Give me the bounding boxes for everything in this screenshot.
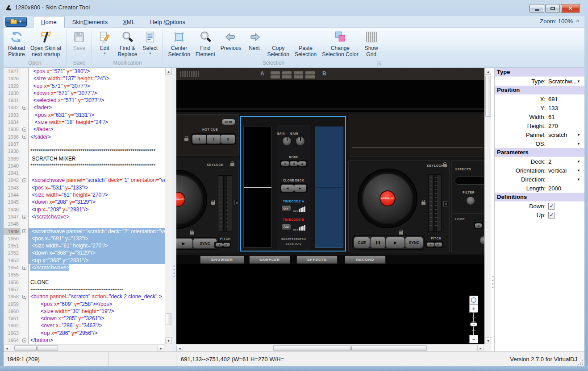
code-line[interactable]: 1953 <up x="368" y="2831"/> <box>4 257 165 264</box>
code-text[interactable]: ****************************************… <box>29 162 165 169</box>
code-line[interactable]: 1935▴ </fader> <box>4 126 165 133</box>
code-line[interactable]: 1964▴</button> <box>4 337 165 344</box>
reload-picture-button[interactable]: ReloadPicture <box>5 29 28 58</box>
tab-skin-elements[interactable]: Skin Elements <box>65 16 116 28</box>
code-text[interactable]: SCRATCH MIXER <box>29 155 165 162</box>
code-line[interactable]: 1929 <up x="571" y="3077"/> <box>4 82 165 90</box>
ribbon-collapse-icon[interactable]: ^ <box>575 18 581 25</box>
code-text[interactable]: </fader> <box>29 126 165 133</box>
chevron-down-icon[interactable]: ▼ <box>577 79 580 83</box>
find-replace-button[interactable]: Find &Replace <box>115 29 140 58</box>
preview-properties-splitter[interactable] <box>491 68 494 351</box>
skin-preview-canvas[interactable]: A B BPM HOT CUE 1 2 3 KEYLOCK <box>176 68 484 344</box>
scroll-up-icon[interactable]: ▲ <box>165 68 172 75</box>
code-text[interactable]: <up x="208" y="2831"/> <box>29 206 165 213</box>
edit-button[interactable]: Edit▼ <box>94 29 115 55</box>
code-line[interactable]: 1939 SCRATCH MIXER <box>4 155 165 162</box>
code-line[interactable]: 1932▾ <fader> <box>4 104 165 111</box>
code-text[interactable]: ****************************************… <box>29 148 165 155</box>
code-line[interactable]: 1959 <pos x="609" y="258"></pos> <box>4 301 165 308</box>
fold-marker-icon[interactable]: ▴ <box>22 338 26 342</box>
code-line[interactable]: 1936▴</slider> <box>4 133 165 140</box>
scroll-up-icon[interactable]: ▲ <box>485 68 492 75</box>
fold-marker-icon[interactable]: ▾ <box>22 178 26 182</box>
length-value[interactable]: 2000 <box>548 185 561 192</box>
code-text[interactable]: CLONE <box>29 279 165 286</box>
code-text[interactable]: </scratchwave> <box>29 213 165 220</box>
y-value[interactable]: 133 <box>548 105 558 111</box>
code-line[interactable]: 1951 <size width="61" height="270"/> <box>4 242 165 249</box>
editor-hscroll-thumb[interactable] <box>14 345 58 351</box>
select-button[interactable]: Select▼ <box>140 29 160 55</box>
previous-button[interactable]: Previous <box>218 29 244 51</box>
code-line[interactable]: 1930 <down x="571" y="3077"/> <box>4 90 165 97</box>
fold-marker-icon[interactable]: ▴ <box>22 135 26 139</box>
code-line[interactable]: 1928 <size width="137" height="24"/> <box>4 75 165 82</box>
width-value[interactable]: 61 <box>548 114 555 120</box>
code-text[interactable]: <fader> <box>29 104 165 111</box>
scroll-down-icon[interactable]: ▼ <box>485 337 492 344</box>
scroll-left-icon[interactable]: ◄ <box>4 345 10 352</box>
fold-marker-icon[interactable]: ▴ <box>22 215 26 219</box>
editor-horizontal-scrollbar[interactable]: ◄ ► <box>4 344 165 351</box>
type-value[interactable]: Scratchw... <box>548 78 577 85</box>
code-line[interactable]: 1933 <pos x="631" y="3131"/> <box>4 111 165 119</box>
save-button[interactable]: Save <box>69 29 89 51</box>
code-text[interactable] <box>29 271 165 278</box>
preview-vertical-scrollbar[interactable]: ▲ ▼ <box>484 68 492 344</box>
code-text[interactable]: </slider> <box>29 133 165 140</box>
code-lines[interactable]: 1927 <pos x="571" y="380"/>1928 <size wi… <box>4 68 165 344</box>
code-line[interactable]: 1955 <box>4 271 165 278</box>
code-text[interactable]: <scratchwave pannel="scratch" deck="2" o… <box>29 228 165 235</box>
code-line[interactable]: 1927 <pos x="571" y="380"/> <box>4 68 165 75</box>
open-skin-at-next-startup-button[interactable]: Open Skin atnext startup <box>28 29 64 58</box>
app-menu-button[interactable]: ▼ <box>5 17 27 27</box>
code-text[interactable]: <down x="285" y="3261"/> <box>29 315 165 322</box>
scroll-right-icon[interactable]: ► <box>477 345 484 352</box>
code-text[interactable]: <down x="571" y="3077"/> <box>29 90 165 97</box>
code-text[interactable]: <down x="208" y="3129"/> <box>29 198 165 206</box>
code-text[interactable]: <size width="18" height="24"/> <box>29 119 165 126</box>
code-line[interactable]: 1961 <down x="285" y="3261"/> <box>4 315 165 322</box>
minimize-button[interactable] <box>530 4 544 13</box>
change-selection-color-button[interactable]: ChangeSelection Color <box>319 29 361 58</box>
code-text[interactable] <box>29 140 165 148</box>
code-text[interactable]: <pos x="571" y="380"/> <box>29 68 165 75</box>
chevron-down-icon[interactable]: ▼ <box>577 133 580 137</box>
code-line[interactable]: 1957------------------------------------… <box>4 286 165 293</box>
editor-preview-splitter[interactable] <box>172 68 176 351</box>
code-line[interactable]: 1934 <size width="18" height="24"/> <box>4 119 165 126</box>
code-text[interactable]: ----------------------------------------… <box>29 286 165 293</box>
x-value[interactable]: 691 <box>548 96 558 103</box>
preview-horizontal-scrollbar[interactable]: ◄ ► <box>176 344 484 351</box>
code-line[interactable]: 1948 <box>4 220 165 227</box>
deck-value[interactable]: 2 <box>548 158 551 165</box>
fold-marker-icon[interactable]: ▾ <box>22 106 26 110</box>
zoom-reset-button[interactable]: ◯ <box>469 296 478 304</box>
height-value[interactable]: 270 <box>548 123 558 129</box>
zoom-out-button[interactable]: − <box>469 335 478 343</box>
preview-vscroll-thumb[interactable] <box>485 76 491 117</box>
chevron-down-icon[interactable]: ▼ <box>577 169 580 173</box>
selection-outline[interactable] <box>240 116 346 251</box>
up-checkbox[interactable]: ✓ <box>548 212 555 218</box>
code-line[interactable]: 1944 <size width="61" height="270"/> <box>4 191 165 198</box>
editor-vscroll-thumb[interactable] <box>166 313 171 325</box>
show-grid-button[interactable]: ShowGrid <box>361 29 382 58</box>
zoom-level-label[interactable]: Zoom: 100% <box>540 18 573 25</box>
code-text[interactable]: <size width="30" height="19"/> <box>29 308 165 315</box>
code-line[interactable]: 1942▾ <scratchwave pannel="scratch" deck… <box>4 177 165 184</box>
tab-xml[interactable]: XML <box>115 16 142 28</box>
chevron-down-icon[interactable]: ▼ <box>577 160 580 164</box>
scroll-right-icon[interactable]: ► <box>158 345 164 352</box>
code-line[interactable]: 1943 <pos x="531" y="133"/> <box>4 184 165 191</box>
down-checkbox[interactable]: ✓ <box>548 203 555 210</box>
tab-home[interactable]: Home <box>33 16 65 28</box>
code-text[interactable]: <size width="61" height="270"/> <box>29 242 165 249</box>
fold-marker-icon[interactable]: ▾ <box>22 295 26 299</box>
chevron-down-icon[interactable]: ▼ <box>577 142 580 146</box>
resize-grip[interactable] <box>578 360 584 365</box>
code-line[interactable]: 1950 <pos x="691" y="133"/> <box>4 235 165 242</box>
code-text[interactable]: <over x="286" y="3463"/> <box>29 322 165 329</box>
code-line[interactable]: 1960 <size width="30" height="19"/> <box>4 308 165 315</box>
